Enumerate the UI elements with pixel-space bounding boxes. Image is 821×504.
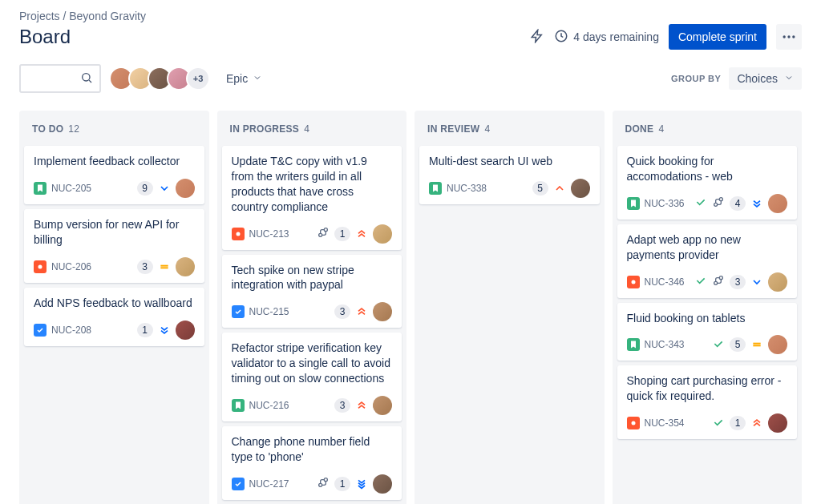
priority-low-icon	[750, 197, 763, 210]
card-footer: NUC-2131	[232, 224, 393, 244]
search-box[interactable]	[19, 64, 101, 93]
page-title: Board	[19, 26, 71, 48]
task-issue-type-icon	[232, 305, 245, 318]
board-page: Projects / Beyond Gravity Board 4 days r…	[0, 0, 821, 504]
assignee-avatar[interactable]	[373, 396, 392, 415]
issue-card[interactable]: Update T&C copy with v1.9 from the write…	[222, 146, 402, 250]
card-title: Tech spike on new stripe integration wit…	[232, 263, 393, 293]
issue-card[interactable]: Shoping cart purchasing error - quick fi…	[617, 365, 798, 439]
column-count: 4	[484, 123, 490, 135]
assignee-avatar[interactable]	[768, 335, 787, 354]
breadcrumb-project[interactable]: Beyond Gravity	[69, 10, 146, 22]
priority-highest-icon	[355, 399, 368, 412]
story-points-badge: 9	[137, 181, 153, 196]
card-left: NUC-213	[232, 228, 289, 240]
done-check-icon	[694, 274, 707, 289]
card-footer: NUC-3364	[627, 194, 788, 213]
assignee-avatar[interactable]	[373, 302, 392, 321]
story-points-badge: 3	[334, 304, 350, 319]
group-by-value: Choices	[737, 72, 778, 85]
card-title: Change phone number field type to 'phone…	[232, 434, 393, 465]
column-count: 4	[304, 123, 309, 135]
issue-key: NUC-206	[51, 261, 91, 272]
svg-point-12	[714, 204, 718, 207]
issue-card[interactable]: Tech spike on new stripe integration wit…	[222, 255, 402, 329]
avatar-more[interactable]: +3	[186, 67, 210, 91]
group-by-label: GROUP BY	[671, 74, 721, 83]
sprint-remaining: 4 days remaining	[554, 29, 659, 46]
story-points-badge: 5	[532, 181, 548, 196]
clock-icon	[554, 29, 568, 46]
breadcrumb: Projects / Beyond Gravity	[19, 10, 802, 22]
assignee-avatar[interactable]	[768, 413, 787, 433]
board-column: TO DO12Implement feedback collectorNUC-2…	[19, 111, 209, 504]
chevron-down-icon	[253, 72, 262, 85]
assignee-avatar[interactable]	[176, 179, 195, 198]
card-right: 5	[532, 179, 590, 198]
assignee-avatar[interactable]	[176, 257, 195, 276]
card-right: 3	[694, 272, 787, 292]
subtask-icon	[712, 196, 725, 211]
svg-point-15	[714, 281, 718, 284]
card-title: Quick booking for accomodations - web	[627, 154, 788, 184]
story-issue-type-icon	[429, 182, 442, 195]
card-right: 3	[334, 302, 392, 321]
complete-sprint-button[interactable]: Complete sprint	[669, 24, 766, 50]
issue-key: NUC-215	[249, 306, 289, 317]
breadcrumb-projects[interactable]: Projects	[19, 10, 60, 22]
svg-point-10	[319, 484, 322, 487]
assignee-avatar[interactable]	[373, 224, 392, 244]
search-input[interactable]	[32, 72, 80, 85]
card-left: NUC-336	[627, 197, 685, 210]
issue-card[interactable]: Fluid booking on tabletsNUC-3435	[617, 303, 798, 361]
card-footer: NUC-2171	[232, 474, 393, 494]
assignee-avatar[interactable]	[768, 272, 787, 292]
issue-card[interactable]: Bump version for new API for billingNUC-…	[24, 209, 204, 283]
search-icon	[80, 71, 93, 87]
subtask-icon	[317, 226, 330, 241]
issue-card[interactable]: Quick booking for accomodations - webNUC…	[617, 146, 798, 220]
issue-card[interactable]: Multi-dest search UI webNUC-3385	[419, 146, 600, 204]
card-left: NUC-208	[34, 324, 91, 337]
story-issue-type-icon	[627, 338, 640, 351]
card-title: Adapt web app no new payments provider	[627, 232, 788, 263]
bug-issue-type-icon	[627, 417, 640, 429]
ellipsis-icon	[781, 29, 797, 45]
board-column: IN REVIEW4Multi-dest search UI webNUC-33…	[415, 111, 605, 504]
bolt-icon[interactable]	[530, 29, 544, 46]
svg-point-11	[719, 198, 722, 201]
board-column: IN PROGRESS4Update T&C copy with v1.9 fr…	[217, 111, 407, 504]
card-left: NUC-338	[429, 182, 487, 195]
column-title: IN PROGRESS	[230, 123, 300, 135]
issue-card[interactable]: Refactor stripe verification key validat…	[222, 333, 402, 421]
assignee-avatar[interactable]	[768, 194, 787, 213]
assignee-avatar[interactable]	[373, 474, 392, 494]
priority-highest-icon	[355, 305, 368, 318]
column-title: TO DO	[32, 123, 63, 135]
issue-key: NUC-208	[51, 325, 91, 336]
more-actions-button[interactable]	[776, 24, 802, 50]
card-right: 1	[712, 413, 787, 433]
issue-card[interactable]: Adapt web app no new payments providerNU…	[617, 224, 798, 298]
epic-filter[interactable]: Epic	[218, 67, 270, 90]
assignee-avatar[interactable]	[571, 179, 590, 198]
priority-low-icon	[158, 324, 171, 337]
issue-card[interactable]: Add NPS feedback to wallboardNUC-2081	[24, 288, 204, 346]
toolbar: +3 Epic GROUP BY Choices	[19, 64, 802, 93]
issue-card[interactable]: Change phone number field type to 'phone…	[222, 426, 402, 500]
card-footer: NUC-3435	[627, 335, 788, 354]
priority-low-single-icon	[158, 182, 171, 195]
bug-issue-type-icon	[232, 228, 245, 240]
group-by-select[interactable]: Choices	[729, 67, 802, 90]
svg-point-8	[319, 233, 322, 236]
bug-issue-type-icon	[627, 276, 640, 288]
issue-key: NUC-213	[249, 228, 289, 240]
toolbar-right: GROUP BY Choices	[671, 67, 802, 90]
assignee-avatar[interactable]	[176, 321, 195, 340]
card-footer: NUC-3541	[627, 413, 788, 433]
issue-card[interactable]: Implement feedback collectorNUC-2059	[24, 146, 204, 204]
story-points-badge: 1	[334, 227, 350, 241]
header-row: Board 4 days remaining Complete sprint	[19, 24, 802, 50]
card-footer: NUC-2153	[232, 302, 393, 321]
priority-high-single-icon	[553, 182, 566, 195]
